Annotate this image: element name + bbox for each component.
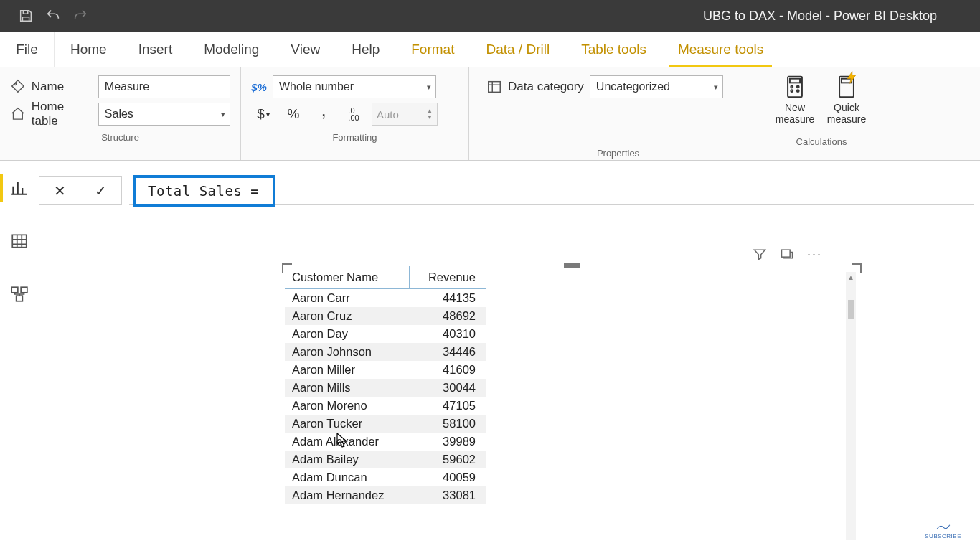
cell-revenue: 58100 — [410, 415, 486, 433]
svg-rect-11 — [11, 287, 18, 293]
formula-input-area[interactable]: Total Sales = — [129, 176, 974, 205]
table-row[interactable]: Aaron Tucker58100 — [285, 415, 486, 433]
group-label-calculations: Calculations — [771, 132, 872, 147]
new-measure-label: New measure — [771, 102, 819, 125]
cell-customer: Aaron Day — [285, 325, 410, 343]
tab-insert[interactable]: Insert — [123, 32, 189, 67]
quick-measure-button[interactable]: Quick measure — [822, 73, 871, 132]
currency-button[interactable]: $▾ — [251, 103, 275, 126]
data-category-icon — [486, 79, 502, 95]
commit-formula-button[interactable]: ✓ — [95, 182, 107, 199]
focus-mode-icon[interactable] — [780, 247, 794, 264]
tab-modeling[interactable]: Modeling — [188, 32, 275, 67]
data-category-select[interactable]: Uncategorized▾ — [590, 75, 723, 98]
redo-icon[interactable] — [72, 7, 89, 24]
ribbon-group-calculations: New measure Quick measure Calculations — [760, 67, 882, 160]
home-icon — [10, 106, 26, 122]
cell-revenue: 33081 — [410, 486, 486, 504]
format-icon: $% — [251, 79, 267, 95]
cell-revenue: 40059 — [410, 468, 486, 486]
column-header-customer[interactable]: Customer Name — [285, 266, 410, 289]
tab-file[interactable]: File — [0, 32, 55, 67]
home-table-label: Home table — [32, 100, 93, 128]
format-select[interactable]: Whole number▾ — [273, 75, 436, 98]
table-row[interactable]: Adam Hernandez33081 — [285, 486, 486, 504]
table-row[interactable]: Adam Bailey59602 — [285, 451, 486, 468]
tab-view[interactable]: View — [275, 32, 336, 67]
report-view-button[interactable] — [5, 174, 34, 202]
ribbon-group-structure: Name Measure Home table Sales▾ Structure — [0, 67, 241, 160]
table-row[interactable]: Aaron Carr44135 — [285, 289, 486, 308]
table-row[interactable]: Aaron Cruz48692 — [285, 307, 486, 325]
formula-bar: ✕ ✓ Total Sales = — [39, 175, 974, 207]
table-row[interactable]: Aaron Mills30044 — [285, 379, 486, 397]
tab-data-drill[interactable]: Data / Drill — [470, 32, 565, 67]
group-label-formatting: Formatting — [251, 128, 458, 143]
dax-formula-text[interactable]: Total Sales = — [133, 175, 275, 207]
percent-button[interactable]: % — [281, 103, 306, 126]
cell-revenue: 34446 — [410, 343, 486, 361]
visual-scrollbar[interactable]: ▲ — [846, 272, 856, 540]
cell-customer: Aaron Tucker — [285, 415, 410, 433]
new-measure-button[interactable]: New measure — [771, 73, 819, 132]
ribbon-tab-strip: File Home Insert Modeling View Help Form… — [0, 32, 980, 67]
cell-customer: Adam Alexander — [285, 433, 410, 451]
resize-handle-top[interactable] — [564, 263, 580, 268]
chevron-down-icon: ▾ — [221, 110, 225, 119]
quick-measure-icon — [834, 75, 859, 99]
report-canvas[interactable]: ··· Customer Name Revenue Aaron Carr4413… — [39, 208, 980, 551]
cell-customer: Aaron Johnson — [285, 343, 410, 361]
undo-icon[interactable] — [44, 7, 62, 24]
name-input[interactable]: Measure — [98, 75, 230, 98]
cell-customer: Aaron Cruz — [285, 307, 410, 325]
data-view-button[interactable] — [5, 227, 34, 255]
filter-icon[interactable] — [753, 247, 767, 264]
home-table-select[interactable]: Sales▾ — [98, 103, 230, 126]
svg-rect-14 — [781, 250, 790, 257]
table-visual[interactable]: Customer Name Revenue Aaron Carr44135Aar… — [284, 265, 859, 547]
decimals-button[interactable]: .0.00 — [341, 103, 366, 126]
svg-point-5 — [797, 86, 799, 88]
model-view-button[interactable] — [5, 280, 34, 309]
save-icon[interactable] — [17, 7, 34, 24]
scroll-thumb[interactable] — [848, 300, 854, 319]
svg-rect-10 — [12, 235, 27, 247]
cell-revenue: 44135 — [410, 289, 486, 308]
tab-table-tools[interactable]: Table tools — [565, 32, 662, 67]
svg-rect-12 — [21, 287, 27, 293]
cell-revenue: 48692 — [410, 307, 486, 325]
svg-rect-13 — [17, 296, 23, 301]
svg-point-0 — [14, 83, 17, 85]
data-table: Customer Name Revenue Aaron Carr44135Aar… — [285, 266, 486, 504]
table-row[interactable]: Aaron Miller41609 — [285, 361, 486, 379]
ribbon-group-properties: Data category Uncategorized▾ Properties — [469, 67, 760, 160]
data-category-label: Data category — [508, 80, 584, 94]
cell-revenue: 47105 — [410, 397, 486, 415]
ribbon-group-formatting: $% Whole number▾ $▾ % , .0.00 Auto ▲▼ Fo… — [241, 67, 469, 160]
subscribe-watermark: SUBSCRIBE — [925, 522, 961, 540]
table-row[interactable]: Aaron Moreno47105 — [285, 397, 486, 415]
table-row[interactable]: Aaron Johnson34446 — [285, 343, 486, 361]
tab-help[interactable]: Help — [336, 32, 395, 67]
group-label-properties: Properties — [486, 143, 750, 159]
scroll-up-icon[interactable]: ▲ — [847, 273, 854, 281]
more-options-icon[interactable]: ··· — [807, 247, 822, 264]
resize-handle-tl[interactable] — [282, 263, 292, 273]
chevron-down-icon: ▾ — [714, 83, 718, 92]
table-row[interactable]: Aaron Day40310 — [285, 325, 486, 343]
visual-header: ··· — [753, 247, 822, 264]
tab-home[interactable]: Home — [55, 32, 123, 67]
table-row[interactable]: Adam Alexander39989 — [285, 433, 486, 451]
tab-format[interactable]: Format — [395, 32, 470, 67]
group-label-structure: Structure — [10, 128, 230, 143]
cell-revenue: 40310 — [410, 325, 486, 343]
chevron-down-icon: ▾ — [427, 83, 431, 92]
cancel-formula-button[interactable]: ✕ — [54, 182, 66, 199]
tab-measure-tools[interactable]: Measure tools — [662, 32, 779, 67]
decimal-places-input[interactable]: Auto ▲▼ — [372, 103, 438, 126]
thousands-button[interactable]: , — [311, 98, 336, 121]
tag-icon — [10, 79, 26, 95]
column-header-revenue[interactable]: Revenue — [410, 266, 486, 289]
table-row[interactable]: Adam Duncan40059 — [285, 468, 486, 486]
svg-point-6 — [791, 90, 793, 92]
